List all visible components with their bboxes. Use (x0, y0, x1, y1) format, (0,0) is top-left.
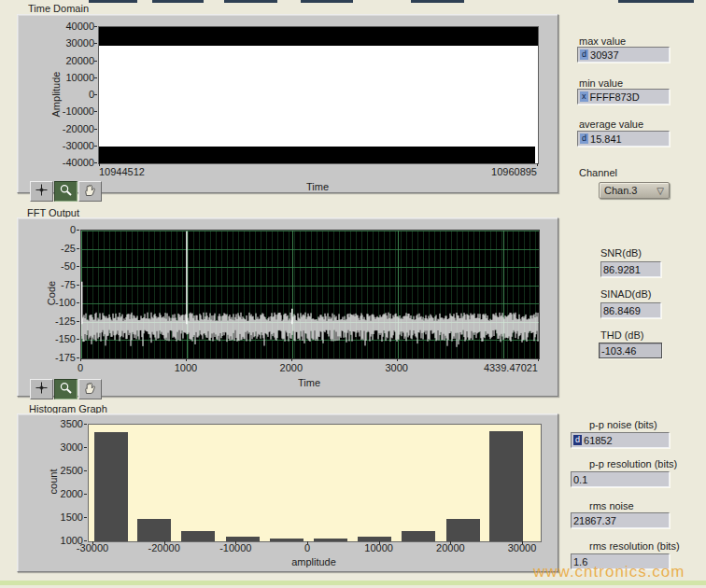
waveform-top-band (99, 27, 538, 46)
pp-resolution-label: p-p resolution (bits) (589, 458, 677, 469)
channel-dropdown[interactable]: Chan.3 ▽ (599, 182, 670, 199)
y-tick-label: 20000 (36, 55, 94, 66)
x-tick-mark (186, 358, 187, 361)
y-tick-mark (77, 266, 79, 267)
zoom-tool-button[interactable] (54, 379, 78, 399)
pp-resolution-text: 0.1 (573, 474, 587, 485)
y-tick-mark (77, 285, 79, 286)
fft-noise-trace (81, 231, 539, 358)
y-tick-mark (77, 230, 79, 231)
clipped-toolbar-strip (89, 0, 137, 3)
y-tick-mark (94, 43, 97, 44)
rms-noise-field[interactable]: 21867.37 (571, 512, 670, 528)
radix-indicator[interactable]: d (573, 435, 582, 445)
time-domain-xlabel: Time (98, 181, 537, 192)
y-tick-mark (84, 517, 87, 518)
sinad-label: SINAD(dB) (600, 288, 651, 300)
histogram-graph: count amplitude 350030002500200015001000… (17, 413, 558, 572)
radix-indicator[interactable]: d (580, 133, 588, 144)
y-tick-label: 3000 (44, 441, 83, 453)
y-tick-mark (84, 447, 87, 448)
histogram-bar (181, 531, 215, 541)
magnifier-icon (59, 381, 73, 398)
channel-label: Channel (579, 167, 617, 178)
y-tick-label: 3500 (44, 418, 83, 429)
x-tick-mark (80, 358, 81, 361)
y-tick-mark (77, 248, 79, 249)
x-tick-label: 0 (43, 362, 118, 373)
thd-field[interactable]: -103.46 (599, 343, 662, 358)
watermark: www.cntronics.com (533, 563, 685, 581)
magnifier-icon (59, 183, 73, 200)
sinad-text: 86.8469 (603, 305, 641, 316)
y-tick-mark (94, 94, 97, 95)
time-domain-graph: Amplitude Time 400003000020000100000-100… (17, 14, 558, 193)
sinad-field[interactable]: 86.8469 (600, 302, 661, 318)
pan-tool-button[interactable] (78, 379, 102, 399)
x-tick-label: 10944512 (99, 166, 145, 177)
y-tick-label: -125 (40, 315, 76, 327)
pp-noise-text: 61852 (584, 435, 613, 446)
x-tick-label: 3000 (360, 362, 434, 373)
snr-field[interactable]: 86.9281 (600, 261, 661, 277)
chevron-down-icon: ▽ (657, 186, 664, 196)
zoom-tool-button[interactable] (54, 181, 78, 202)
y-tick-label: -75 (40, 279, 76, 290)
cursor-tool-button[interactable] (30, 379, 53, 399)
x-tick-label: 10960895 (491, 166, 537, 177)
x-tick-label: 1000 (148, 362, 223, 373)
hand-icon (83, 183, 97, 200)
min-value-field[interactable]: x FFFF873D (577, 89, 670, 105)
pp-noise-label: p-p noise (bits) (589, 419, 657, 430)
min-value-label: min value (579, 77, 623, 89)
x-tick-mark (235, 541, 236, 544)
average-value-label: average value (579, 119, 643, 130)
y-tick-label: 2500 (44, 465, 83, 476)
fft-plot-area[interactable] (80, 230, 540, 359)
thd-text: -103.46 (601, 345, 636, 357)
histogram-xlabel: amplitude (88, 556, 540, 567)
pp-noise-field[interactable]: d 61852 (571, 432, 670, 448)
x-tick-label: 4339.47021 (484, 362, 538, 373)
y-tick-mark (84, 494, 87, 495)
time-domain-title: Time Domain (28, 3, 89, 14)
average-value-text: 15.841 (590, 133, 622, 145)
histogram-plot-area[interactable] (88, 424, 542, 542)
max-value-label: max value (579, 35, 626, 47)
histogram-bar (137, 519, 171, 541)
y-tick-label: 0 (40, 224, 76, 235)
y-tick-mark (94, 77, 97, 78)
y-tick-label: 2000 (44, 488, 83, 499)
average-value-field[interactable]: d 15.841 (577, 131, 670, 147)
fft-xlabel: Time (80, 377, 538, 388)
max-value-field[interactable]: d 30937 (577, 47, 670, 63)
clipped-toolbar-strip (618, 0, 694, 3)
x-tick-mark (164, 541, 165, 544)
histogram-bar (94, 432, 128, 542)
pan-tool-button[interactable] (78, 181, 102, 202)
y-tick-mark (77, 339, 79, 340)
cursor-tool-button[interactable] (30, 181, 53, 202)
crosshair-icon (35, 183, 49, 200)
x-tick-mark (99, 163, 100, 166)
hand-icon (83, 381, 97, 398)
y-tick-mark (94, 146, 97, 147)
y-tick-label: -25 (40, 243, 76, 254)
y-tick-label: 30000 (36, 37, 94, 49)
y-tick-label: -50 (40, 260, 76, 272)
y-tick-label: -30000 (36, 140, 94, 151)
radix-indicator[interactable]: x (580, 91, 588, 102)
x-tick-mark (92, 541, 93, 544)
graph-palette (30, 379, 103, 399)
y-tick-mark (94, 26, 97, 27)
y-tick-mark (77, 357, 79, 358)
y-tick-mark (84, 540, 87, 541)
y-tick-label: -10000 (36, 105, 94, 117)
fft-output-graph: Code Time 0-25-50-75-100-125-150-1750100… (17, 217, 558, 397)
time-domain-plot-area[interactable] (98, 26, 539, 164)
clipped-toolbar-strip (152, 0, 204, 3)
radix-indicator[interactable]: d (580, 49, 588, 60)
pp-resolution-field[interactable]: 0.1 (571, 471, 670, 487)
graph-palette (30, 181, 103, 202)
y-tick-label: 40000 (36, 21, 94, 32)
